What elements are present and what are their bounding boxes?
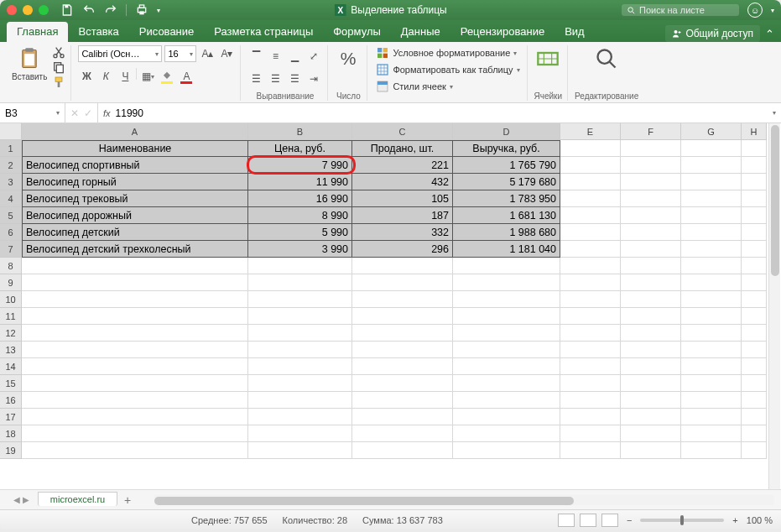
cell[interactable] xyxy=(681,358,742,375)
cell[interactable] xyxy=(681,207,742,224)
cell[interactable] xyxy=(22,325,248,342)
normal-view-icon[interactable] xyxy=(558,514,575,527)
cell[interactable] xyxy=(560,274,621,291)
cells-button[interactable] xyxy=(534,45,561,72)
zoom-slider[interactable] xyxy=(640,519,724,522)
editing-button[interactable] xyxy=(593,45,620,72)
row-header[interactable]: 14 xyxy=(0,358,22,375)
cell[interactable]: 296 xyxy=(352,241,453,258)
cell[interactable] xyxy=(621,190,681,207)
cell[interactable] xyxy=(681,258,742,274)
sheet-tab[interactable]: microexcel.ru xyxy=(38,492,117,506)
align-bottom-icon[interactable]: ▁ xyxy=(286,48,303,65)
cell[interactable] xyxy=(248,358,352,375)
bold-button[interactable]: Ж xyxy=(78,68,95,85)
cut-icon[interactable] xyxy=(52,45,65,59)
font-name-combo[interactable]: Calibri (Осн…▾ xyxy=(78,45,162,62)
cell[interactable]: Цена, руб. xyxy=(248,140,352,157)
cell[interactable] xyxy=(621,224,681,241)
row-header[interactable]: 10 xyxy=(0,291,22,308)
cell[interactable]: Велосипед детский трехколесный xyxy=(22,241,248,258)
tab-data[interactable]: Данные xyxy=(391,22,450,42)
cell[interactable] xyxy=(560,425,621,442)
cell[interactable] xyxy=(560,291,621,308)
cell[interactable] xyxy=(621,207,681,224)
cells-area[interactable]: НаименованиеЦена, руб.Продано, шт.Выручк… xyxy=(22,140,767,459)
enter-formula-icon[interactable]: ✓ xyxy=(84,107,92,119)
cell[interactable] xyxy=(248,425,352,442)
cell[interactable] xyxy=(453,274,560,291)
cell[interactable]: Велосипед спортивный xyxy=(22,157,248,174)
redo-icon[interactable] xyxy=(104,3,117,17)
cell[interactable] xyxy=(621,291,681,308)
cell[interactable] xyxy=(742,224,767,241)
cell[interactable] xyxy=(742,274,767,291)
row-header[interactable]: 19 xyxy=(0,442,22,459)
row-header[interactable]: 2 xyxy=(0,157,22,174)
cell[interactable] xyxy=(22,308,248,325)
cell[interactable] xyxy=(248,442,352,459)
cell[interactable] xyxy=(681,274,742,291)
cell[interactable] xyxy=(621,241,681,258)
cell[interactable] xyxy=(352,409,453,425)
collapse-ribbon-icon[interactable]: ⌃ xyxy=(765,28,774,40)
copy-icon[interactable] xyxy=(52,60,65,74)
cell[interactable]: 1 681 130 xyxy=(453,207,560,224)
cell[interactable] xyxy=(681,291,742,308)
cell[interactable] xyxy=(742,325,767,342)
cell[interactable] xyxy=(560,409,621,425)
cell[interactable] xyxy=(621,258,681,274)
col-header[interactable]: H xyxy=(742,123,767,140)
search-input[interactable]: Поиск на листе xyxy=(622,4,739,16)
orientation-icon[interactable]: ⤢ xyxy=(305,48,322,65)
cell[interactable] xyxy=(742,241,767,258)
cell[interactable] xyxy=(352,291,453,308)
cell[interactable] xyxy=(453,308,560,325)
cell[interactable] xyxy=(560,375,621,392)
row-header[interactable]: 1 xyxy=(0,140,22,157)
cell[interactable] xyxy=(248,342,352,358)
cell[interactable] xyxy=(621,442,681,459)
page-layout-view-icon[interactable] xyxy=(580,514,596,527)
cell[interactable] xyxy=(22,358,248,375)
fx-label[interactable]: fx xyxy=(98,108,116,118)
row-header[interactable]: 6 xyxy=(0,224,22,241)
cell[interactable] xyxy=(22,291,248,308)
page-break-view-icon[interactable] xyxy=(601,514,618,527)
cell[interactable] xyxy=(248,392,352,409)
col-header[interactable]: B xyxy=(248,123,352,140)
cell[interactable] xyxy=(560,258,621,274)
cell[interactable] xyxy=(742,409,767,425)
scroll-thumb[interactable] xyxy=(771,125,779,276)
add-sheet-button[interactable]: + xyxy=(119,492,136,509)
cell[interactable] xyxy=(621,409,681,425)
cell[interactable] xyxy=(248,375,352,392)
cell[interactable] xyxy=(742,375,767,392)
increase-font-icon[interactable]: A▴ xyxy=(199,45,216,62)
row-header[interactable]: 17 xyxy=(0,409,22,425)
decrease-font-icon[interactable]: A▾ xyxy=(218,45,235,62)
share-button[interactable]: Общий доступ xyxy=(665,25,760,42)
cell[interactable] xyxy=(742,442,767,459)
col-header[interactable]: D xyxy=(453,123,560,140)
horizontal-scrollbar[interactable] xyxy=(154,495,774,505)
zoom-out-button[interactable]: − xyxy=(627,515,632,525)
cell[interactable] xyxy=(352,375,453,392)
cell[interactable] xyxy=(621,174,681,190)
cell[interactable]: 8 990 xyxy=(248,207,352,224)
cell[interactable] xyxy=(22,442,248,459)
align-left-icon[interactable]: ☰ xyxy=(247,70,264,87)
cell[interactable]: 1 765 790 xyxy=(453,157,560,174)
cell[interactable] xyxy=(560,174,621,190)
cell[interactable] xyxy=(742,392,767,409)
cell[interactable] xyxy=(742,207,767,224)
cell[interactable] xyxy=(22,342,248,358)
cell[interactable] xyxy=(352,442,453,459)
cell[interactable]: 105 xyxy=(352,190,453,207)
format-as-table-button[interactable]: Форматировать как таблицу▾ xyxy=(374,62,521,77)
cell[interactable] xyxy=(352,425,453,442)
cell[interactable]: 221 xyxy=(352,157,453,174)
cell[interactable]: 1 783 950 xyxy=(453,190,560,207)
row-header[interactable]: 4 xyxy=(0,190,22,207)
cell[interactable] xyxy=(742,425,767,442)
